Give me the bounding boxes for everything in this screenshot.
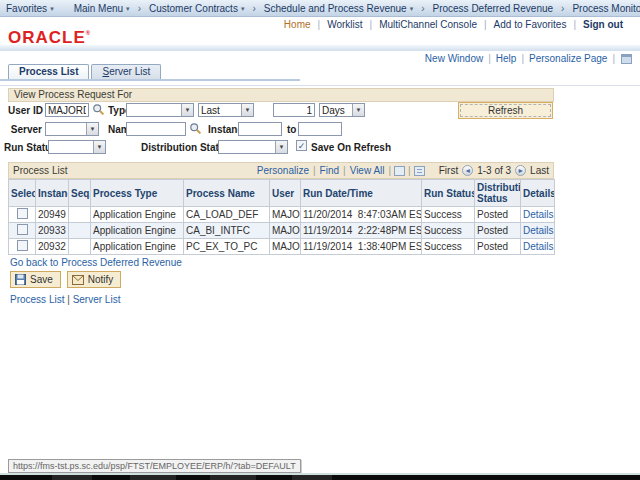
new-window-link[interactable]: New Window (425, 53, 483, 64)
cell-process-name: CA_BI_INTFC (184, 223, 270, 239)
user-id-input[interactable] (45, 103, 89, 117)
taskbar-segment (292, 475, 332, 480)
user-id-lookup-icon[interactable] (92, 103, 105, 116)
chevron-down-icon: ▾ (410, 5, 414, 12)
days-select-value: Days (320, 105, 352, 116)
details-link[interactable]: Details (523, 241, 554, 252)
next-page-icon[interactable]: ► (515, 165, 526, 176)
dropdown-arrow-icon: ▼ (93, 141, 105, 153)
cell-run-datetime: 11/19/2014 1:38:40PM EST (301, 239, 422, 255)
tab-underline (0, 79, 300, 81)
breadcrumb-process-monitor[interactable]: Process Monitor (566, 3, 640, 14)
details-link[interactable]: Details (523, 225, 554, 236)
details-link[interactable]: Details (523, 209, 554, 220)
cell-user: MAJORD (270, 207, 301, 223)
breadcrumb-separator: › (138, 3, 141, 14)
to-label: to (287, 124, 296, 135)
breadcrumb-main-menu[interactable]: Main Menu▾ (68, 3, 136, 14)
sign-out-link[interactable]: Sign out (583, 19, 623, 30)
link-divider: | (573, 19, 576, 30)
server-select[interactable]: ▼ (45, 122, 99, 136)
dropdown-arrow-icon: ▼ (352, 104, 364, 116)
cell-process-name: PC_EX_TO_PC (184, 239, 270, 255)
view-all-link[interactable]: View All (350, 165, 385, 176)
instance-to-input[interactable] (298, 122, 342, 136)
cell-instance: 20949 (36, 207, 69, 223)
breadcrumb-item-label: Schedule and Process Revenue (264, 3, 407, 14)
personalize-page-link[interactable]: Personalize Page (529, 53, 607, 64)
last-count-input[interactable] (273, 103, 315, 117)
refresh-button[interactable]: Refresh (458, 102, 553, 119)
breadcrumb-item-label: Customer Contracts (149, 3, 238, 14)
run-status-select[interactable]: ▼ (48, 140, 106, 154)
status-url-tooltip: https://fms-tst.ps.sc.edu/psp/FTST/EMPLO… (8, 459, 301, 473)
breadcrumb-customer-contracts[interactable]: Customer Contracts▾ (143, 3, 250, 14)
first-label[interactable]: First (439, 165, 458, 176)
breadcrumb-separator: › (561, 3, 564, 14)
cell-seq (69, 239, 91, 255)
row-select-checkbox[interactable] (17, 224, 28, 235)
notify-button[interactable]: Notify (67, 271, 122, 288)
save-button-label: Save (30, 274, 53, 285)
table-row: 20949 Application Engine CA_LOAD_DEF MAJ… (9, 207, 555, 223)
link-divider: | (612, 53, 615, 64)
row-range: 1-3 of 3 (477, 165, 511, 176)
table-row: 20932 Application Engine PC_EX_TO_PC MAJ… (9, 239, 555, 255)
breadcrumb-favorites-label: Favorites (6, 3, 47, 14)
col-details: Details (521, 180, 555, 207)
distribution-status-select[interactable]: ▼ (218, 140, 288, 154)
col-instance: Instance (36, 180, 69, 207)
last-label[interactable]: Last (530, 165, 549, 176)
chevron-down-icon: ▾ (126, 5, 130, 12)
cell-run-status: Success (422, 223, 475, 239)
dropdown-arrow-icon: ▼ (181, 104, 193, 116)
zoom-grid-icon[interactable] (394, 166, 405, 176)
header-band (0, 45, 640, 51)
taskbar-segment (210, 475, 256, 480)
cell-run-datetime: 11/19/2014 2:22:48PM EST (301, 223, 422, 239)
worklist-link[interactable]: Worklist (327, 19, 362, 30)
save-button[interactable]: Save (10, 271, 61, 288)
server-list-footer-link[interactable]: Server List (73, 294, 121, 305)
breadcrumb-schedule-process-revenue[interactable]: Schedule and Process Revenue▾ (258, 3, 419, 14)
refresh-button-label: Refresh (460, 104, 551, 117)
row-select-checkbox[interactable] (17, 240, 28, 251)
col-run-status: Run Status (422, 180, 475, 207)
user-id-label: User ID (8, 105, 42, 116)
link-divider: | (318, 19, 321, 30)
dropdown-arrow-icon: ▼ (241, 104, 253, 116)
name-lookup-icon[interactable] (189, 122, 202, 135)
cell-distribution-status: Posted (475, 207, 521, 223)
save-on-refresh-label: Save On Refresh (311, 142, 391, 153)
process-list-footer-link[interactable]: Process List (10, 294, 64, 305)
download-spreadsheet-icon[interactable] (414, 166, 425, 176)
multichannel-console-link[interactable]: MultiChannel Console (379, 19, 477, 30)
go-back-link[interactable]: Go back to Process Deferred Revenue (10, 257, 182, 268)
breadcrumb-separator: › (421, 3, 424, 14)
add-to-favorites-link[interactable]: Add to Favorites (494, 19, 567, 30)
link-divider: | (343, 165, 346, 176)
help-link[interactable]: Help (496, 53, 517, 64)
home-link[interactable]: Home (284, 19, 311, 30)
process-list-grid: Process List Personalize | Find | View A… (8, 162, 554, 255)
previous-page-icon[interactable]: ◄ (462, 165, 473, 176)
days-select[interactable]: Days▼ (319, 103, 365, 117)
tab-process-list[interactable]: Process List (8, 64, 89, 79)
save-on-refresh-checkbox[interactable] (296, 140, 307, 151)
cell-distribution-status: Posted (475, 239, 521, 255)
link-divider: | (488, 53, 491, 64)
personalize-link[interactable]: Personalize (257, 165, 309, 176)
last-select[interactable]: Last▼ (198, 103, 254, 117)
type-select[interactable]: ▼ (126, 103, 194, 117)
taskbar-segment (52, 475, 92, 480)
breadcrumb-favorites[interactable]: Favorites▾ (0, 3, 60, 14)
http-window-icon[interactable] (621, 54, 632, 64)
find-link[interactable]: Find (320, 165, 339, 176)
tab-server-list[interactable]: Server List (91, 64, 161, 79)
last-select-value: Last (199, 105, 241, 116)
row-select-checkbox[interactable] (17, 208, 28, 219)
instance-from-input[interactable] (238, 122, 282, 136)
process-table: Select Instance Seq. Process Type Proces… (8, 179, 555, 255)
name-input[interactable] (126, 122, 186, 136)
breadcrumb-process-deferred-revenue[interactable]: Process Deferred Revenue (426, 3, 559, 14)
